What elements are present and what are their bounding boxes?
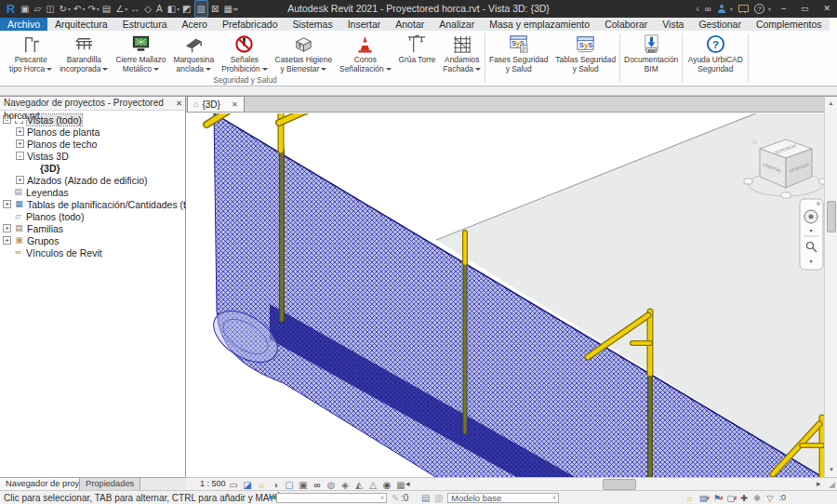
compass-tab-south[interactable] [781, 192, 790, 198]
tab-urbicad[interactable]: UrbiCAD [830, 18, 837, 31]
sync-caret-icon[interactable]: ▾ [68, 6, 71, 12]
revit-logo-icon[interactable]: R [4, 2, 18, 16]
horizontal-scroll-thumb[interactable] [603, 479, 636, 490]
search-binoculars-icon[interactable]: ∞ [705, 4, 711, 14]
tree-item-vistas-3d[interactable]: -Vistas 3D [0, 150, 185, 162]
home-icon[interactable]: ⌂ [752, 138, 757, 146]
section-icon[interactable]: ◩ [180, 1, 193, 17]
expander-icon[interactable]: + [16, 176, 24, 184]
compass-tab-west[interactable] [744, 179, 752, 184]
tree-item-leyendas[interactable]: ▤Leyendas [0, 186, 185, 198]
tab-propiedades[interactable]: Propiedades [80, 478, 140, 491]
tab-sistemas[interactable]: Sistemas [285, 18, 339, 31]
tab-analizar[interactable]: Analizar [432, 18, 482, 31]
tab-acero[interactable]: Acero [175, 18, 215, 31]
exclude-options-icon[interactable]: ▤✗ [699, 491, 708, 504]
senales-prohibicion-button[interactable]: Señales Prohibición [218, 31, 271, 74]
scroll-left-icon[interactable]: ◂ [405, 479, 410, 488]
navigation-bar[interactable]: ▾ ▾ [800, 199, 823, 270]
tab-anotar[interactable]: Anotar [388, 18, 432, 31]
default-3d-view-icon[interactable]: ◧ [166, 1, 178, 17]
conos-senalizacion-button[interactable]: Conos Señalización [336, 31, 395, 74]
horca-post-1[interactable] [279, 113, 311, 151]
close-button[interactable]: ✕ [818, 0, 835, 18]
expander-icon[interactable]: + [3, 200, 11, 208]
tab-archivo[interactable]: Archivo [0, 18, 47, 31]
ayuda-urbicad-button[interactable]: ? Ayuda UrbiCAD Seguridad [683, 31, 748, 74]
tree-item-planos-todo[interactable]: ▱Planos (todo) [0, 210, 185, 222]
tab-gestionar[interactable]: Gestionar [691, 18, 749, 31]
vertical-scroll-thumb[interactable] [827, 201, 836, 232]
pescante-tipo-horca-button[interactable]: Pescante tipo Horca [6, 31, 56, 74]
undo-caret-icon[interactable]: ▾ [82, 6, 85, 12]
text-icon[interactable]: A [154, 1, 165, 17]
reveal-constraints-icon[interactable]: △ [367, 479, 379, 491]
active-workset-dropdown[interactable]: ˅ [276, 493, 387, 503]
cierre-mallazo-metalico-button[interactable]: Cierre Mallazo Metálico [112, 31, 169, 74]
resize-grip-icon[interactable]: ◢ [829, 480, 835, 489]
expander-icon[interactable]: - [16, 152, 24, 160]
tab-navegador[interactable]: Navegador de proyectos -... [0, 478, 80, 491]
expander-icon[interactable]: + [3, 236, 11, 245]
switch-windows-icon[interactable]: ▦ [221, 1, 233, 17]
scroll-up-icon[interactable]: ▴ [825, 97, 837, 109]
thin-lines-icon[interactable]: ▥ [194, 0, 208, 18]
measure-caret-icon[interactable]: ▾ [125, 6, 127, 12]
wheel-caret-icon[interactable]: ▾ [809, 228, 812, 233]
show-crop-region-icon[interactable]: ▣ [298, 479, 309, 491]
tab-arquitectura[interactable]: Arquitectura [47, 18, 115, 31]
aligned-dimension-icon[interactable]: ↔ [128, 1, 141, 17]
close-hidden-windows-icon[interactable]: ⊠ [209, 1, 220, 17]
expander-icon[interactable]: + [3, 224, 11, 232]
displaced-elements-icon[interactable]: ◭ [353, 479, 365, 491]
expander-icon[interactable]: + [16, 139, 24, 148]
tab-estructura[interactable]: Estructura [115, 18, 175, 31]
tab-complementos[interactable]: Complementos [749, 18, 830, 31]
scroll-down-icon[interactable]: ▾ [825, 463, 837, 475]
tab-vista[interactable]: Vista [655, 18, 691, 31]
scale-button[interactable]: 1 : 500 [197, 479, 229, 488]
crop-view-icon[interactable]: ▢ [284, 479, 295, 491]
reveal-hidden-elements-icon[interactable]: ◍ [326, 479, 337, 491]
selection-filter-icon[interactable]: ▽ [766, 491, 773, 504]
grua-torre-button[interactable]: Grúa Torre [395, 31, 440, 74]
vertical-scrollbar[interactable]: ▴ ▾ [824, 96, 837, 477]
project-browser-header[interactable]: Navegador de proyectos - Proyectored hor… [0, 97, 185, 111]
temporary-view-properties-icon[interactable]: ◈ [339, 479, 351, 491]
worksharing-display-status-icon[interactable]: ☼ [685, 491, 694, 504]
account-caret-icon[interactable]: ▾ [730, 6, 733, 12]
design-option-dropdown[interactable]: Modelo base ˅ [447, 493, 559, 503]
tree-item-planos-de-planta[interactable]: +Planos de planta [0, 126, 185, 138]
temporary-hide-isolate-icon[interactable]: ∞ [312, 479, 323, 491]
store-cart-icon[interactable] [738, 5, 749, 13]
save-icon[interactable]: ◫ [44, 1, 56, 17]
maximize-button[interactable]: ▭ [796, 0, 814, 18]
tag-icon[interactable]: ◇ [142, 1, 153, 17]
project-window-icon[interactable]: ▣ [19, 1, 31, 17]
visual-style-icon[interactable]: ◪ [242, 479, 253, 491]
tab-masa-y-emplazamiento[interactable]: Masa y emplazamiento [482, 18, 597, 31]
tree-item-tablas[interactable]: +▦Tablas de planificación/Cantidades (to… [0, 198, 185, 210]
design-options-icon[interactable]: ▤ [421, 491, 430, 504]
zoom-caret-icon[interactable]: ▾ [809, 259, 812, 264]
tablas-seguridad-salud-button[interactable]: SyS Tablas Seguridad y Salud [551, 31, 619, 74]
worksets-icon[interactable] [269, 495, 276, 501]
tree-item-planos-de-techo[interactable]: +Planos de techo [0, 138, 185, 150]
scroll-right-icon[interactable]: ▸ [817, 479, 821, 488]
panel-label-seguridad-y-salud[interactable]: Seguridad y Salud [6, 74, 485, 86]
tree-item-familias[interactable]: +▤Familias [0, 222, 185, 234]
design-options-edit-icon[interactable]: ▥ [434, 491, 443, 504]
tab-colaborar[interactable]: Colaborar [597, 18, 655, 31]
redo-caret-icon[interactable]: ▾ [97, 6, 100, 12]
tab-prefabricado[interactable]: Prefabricado [215, 18, 286, 31]
customize-qat-icon[interactable]: ▾ [235, 6, 238, 12]
documentacion-bim-button[interactable]: BIM Documentación BIM [620, 31, 682, 74]
tree-item-vinculos[interactable]: ∞Vínculos de Revit [0, 246, 185, 259]
sun-path-icon[interactable]: ☼ [256, 479, 267, 491]
select-by-face-icon[interactable]: ✚ [740, 491, 748, 504]
tree-item-grupos[interactable]: +▣Grupos [0, 234, 185, 246]
expander-icon[interactable]: + [16, 127, 24, 136]
andamios-fachada-button[interactable]: Andamios Fachada [439, 31, 485, 74]
view-tab-close-icon[interactable]: ✕ [232, 100, 238, 109]
minimize-button[interactable]: – [777, 0, 790, 18]
